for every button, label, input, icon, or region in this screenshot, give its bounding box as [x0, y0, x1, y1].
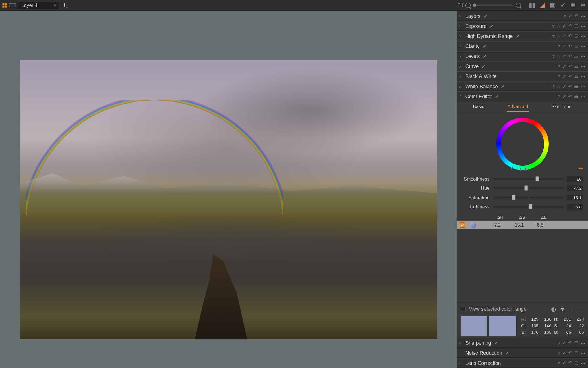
panel-sharpening[interactable]: › Sharpening ?⤢↶•••	[457, 338, 588, 348]
undo-icon[interactable]: ↶	[568, 74, 572, 79]
menu-icon[interactable]	[575, 55, 578, 57]
slider-thumb[interactable]	[529, 204, 532, 209]
remove-icon[interactable]: －	[578, 306, 584, 312]
menu-icon[interactable]	[575, 95, 578, 98]
expand-icon[interactable]: ⤢	[562, 350, 566, 355]
more-icon[interactable]: •••	[581, 24, 585, 28]
tab-advanced[interactable]: Advanced	[507, 102, 529, 112]
single-view-icon[interactable]	[10, 3, 16, 7]
menu-icon[interactable]	[575, 362, 578, 364]
help-icon[interactable]: ?	[558, 361, 560, 365]
checkbox-checked-icon[interactable]: ✔	[460, 222, 465, 228]
slider-value[interactable]: 20	[567, 176, 583, 182]
more-icon[interactable]: •••	[581, 340, 585, 345]
help-icon[interactable]: ?	[552, 34, 555, 39]
help-icon[interactable]: ?	[558, 74, 560, 79]
slider-value[interactable]: -15.1	[567, 194, 583, 200]
help-icon[interactable]: ?	[558, 44, 560, 49]
help-icon[interactable]: ?	[552, 24, 555, 28]
menu-icon[interactable]	[575, 85, 578, 88]
more-icon[interactable]: •••	[581, 350, 585, 355]
undo-icon[interactable]: ↶	[568, 94, 572, 99]
zoom-in-icon[interactable]	[516, 3, 521, 8]
slider-track[interactable]	[494, 187, 563, 189]
check-tab-icon[interactable]: ✔	[560, 2, 566, 9]
undo-icon[interactable]: ↶	[568, 64, 572, 69]
expand-icon[interactable]: ⤢	[562, 43, 566, 49]
panel-levels[interactable]: › Levels ?A⤢↶•••	[457, 51, 588, 61]
undo-icon[interactable]: ↶	[568, 350, 572, 355]
gear-tab-icon[interactable]: ✱	[570, 2, 576, 9]
menu-icon[interactable]	[575, 45, 578, 47]
menu-icon[interactable]	[575, 75, 578, 78]
more-icon[interactable]: •••	[581, 361, 585, 365]
expand-icon[interactable]: ⤢	[562, 23, 566, 28]
undo-icon[interactable]: ↶	[568, 84, 572, 89]
auto-icon[interactable]: A	[557, 54, 560, 59]
expand-icon[interactable]: ⤢	[568, 13, 572, 18]
more-icon[interactable]: •••	[581, 74, 585, 79]
fan-icon[interactable]: ✾	[560, 306, 566, 312]
help-icon[interactable]: ?	[558, 340, 560, 345]
undo-icon[interactable]: ↶	[575, 13, 578, 18]
panel-layers[interactable]: › Layers ?⤢↶•••	[457, 11, 588, 21]
undo-icon[interactable]: ↶	[568, 23, 572, 28]
panel-bw[interactable]: › Black & White ?⤢↶•••	[457, 71, 588, 81]
slider-thumb[interactable]	[512, 194, 516, 200]
undo-icon[interactable]: ↶	[568, 43, 572, 49]
color-picker-icon[interactable]: ✒	[578, 165, 583, 172]
expand-icon[interactable]: ⤢	[562, 84, 566, 89]
undo-icon[interactable]: ↶	[568, 33, 572, 39]
slider-track[interactable]	[494, 178, 563, 180]
add-icon[interactable]: ＋	[569, 306, 575, 312]
panel-color-editor[interactable]: › Color Editor ?⤢↶•••	[457, 91, 588, 101]
more-icon[interactable]: •••	[581, 14, 585, 18]
help-icon[interactable]: ?	[558, 64, 560, 69]
camera-tab-icon[interactable]: ▣	[550, 2, 556, 9]
more-icon[interactable]: •••	[581, 64, 585, 69]
expand-icon[interactable]: ⤢	[562, 74, 566, 79]
menu-icon[interactable]	[575, 352, 578, 354]
panel-noise[interactable]: › Noise Reduction ?⤢↶•••	[457, 348, 588, 358]
help-icon[interactable]: ?	[558, 350, 560, 355]
slider-thumb[interactable]	[525, 185, 528, 190]
help-icon[interactable]: ?	[564, 14, 566, 18]
grid-view-icon[interactable]	[2, 3, 7, 8]
menu-icon[interactable]	[575, 35, 578, 37]
auto-icon[interactable]: A	[557, 34, 560, 39]
library-tab-icon[interactable]: ▮▮	[529, 2, 535, 9]
expand-icon[interactable]: ⤢	[562, 94, 566, 99]
menu-icon[interactable]	[575, 342, 578, 344]
checkbox-view-range[interactable]	[461, 306, 466, 312]
tab-skin-tone[interactable]: Skin Tone	[551, 102, 572, 112]
image-viewer[interactable]	[0, 11, 457, 368]
expand-icon[interactable]: ⤢	[562, 33, 566, 39]
slider-track[interactable]	[494, 196, 563, 198]
zoom-out-icon[interactable]	[465, 3, 471, 8]
more-icon[interactable]: •••	[581, 54, 585, 59]
auto-icon[interactable]: A	[557, 24, 560, 28]
panel-wb[interactable]: › White Balance ?A⤢↶•••	[457, 81, 588, 91]
panel-clarity[interactable]: › Clarity ?⤢↶•••	[457, 41, 588, 51]
color-wheel[interactable]	[496, 118, 548, 170]
slider-track[interactable]	[494, 206, 563, 208]
expand-icon[interactable]: ⤢	[562, 360, 566, 365]
adjust-tab-icon[interactable]: ◢	[540, 2, 545, 9]
panel-curve[interactable]: › Curve ?⤢↶•••	[457, 61, 588, 71]
panel-exposure[interactable]: › Exposure ?A⤢↶•••	[457, 21, 588, 31]
more-icon[interactable]: •••	[581, 94, 585, 99]
color-entry-row[interactable]: ✔ -7.2 -15.1 6.8	[457, 221, 588, 229]
expand-icon[interactable]: ⤢	[562, 64, 566, 69]
circle-chart-icon[interactable]: ◐	[550, 306, 556, 312]
more-icon[interactable]: •••	[581, 84, 585, 89]
menu-icon[interactable]	[575, 25, 578, 27]
help-icon[interactable]: ?	[552, 84, 555, 89]
more-icon[interactable]: •••	[581, 44, 585, 49]
layer-select[interactable]: Layer 4 ▲▼	[18, 1, 60, 9]
help-icon[interactable]: ?	[552, 54, 555, 59]
undo-icon[interactable]: ↶	[568, 340, 572, 345]
slider-thumb[interactable]	[535, 176, 539, 181]
expand-icon[interactable]: ⤢	[562, 53, 566, 59]
auto-icon[interactable]: A	[557, 84, 560, 89]
undo-icon[interactable]: ↶	[568, 360, 572, 365]
